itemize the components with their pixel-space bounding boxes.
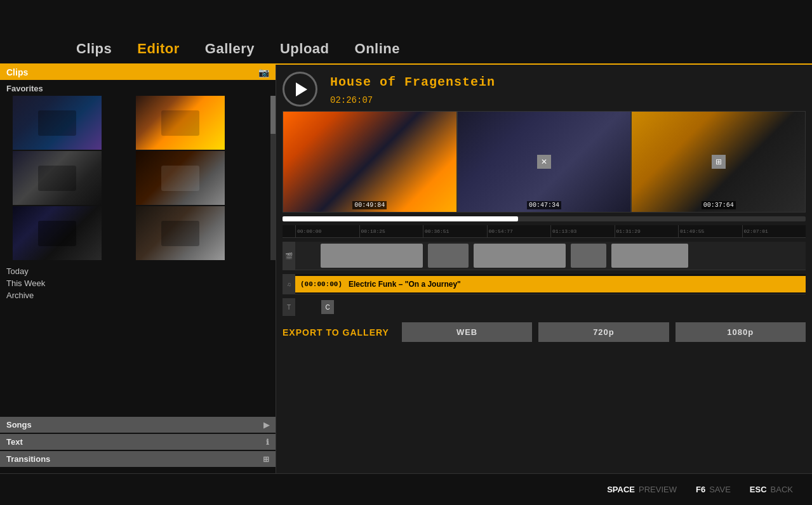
sidebar-scrollbar-thumb	[270, 96, 276, 134]
ruler-mark-5: 01:31:29	[615, 225, 679, 237]
sidebar-links: Today This Week Archive	[0, 260, 276, 306]
export-1080p-button[interactable]: 1080p	[676, 322, 806, 342]
editor-area: House of Fragenstein 02:26:07 00:49:84 ✕…	[276, 65, 812, 473]
nav-clips[interactable]: Clips	[76, 41, 112, 57]
progress-bar[interactable]	[283, 216, 806, 221]
clip-thumbnail[interactable]	[136, 151, 225, 205]
camera-icon: 📷	[258, 67, 269, 77]
clip-preview-3[interactable]: ⊞ 00:37:64	[631, 111, 806, 213]
favorites-label: Favorites	[0, 80, 276, 96]
clip-timecode-3: 00:37:64	[702, 201, 736, 209]
ruler-mark-6: 01:49:55	[678, 225, 742, 237]
progress-bar-fill	[283, 216, 518, 221]
ruler-mark-2: 00:36:51	[423, 225, 487, 237]
sidebar-bottom: Songs ▶ Text ℹ Transitions ⊞	[0, 412, 276, 473]
clip-preview-2[interactable]: ✕ 00:47:34	[457, 111, 632, 213]
sidebar-link-thisweek[interactable]: This Week	[6, 279, 269, 288]
clips-title: Clips	[6, 67, 28, 77]
timeline-clip-5[interactable]	[611, 244, 688, 268]
esc-key-action: BACK	[771, 485, 793, 494]
esc-back-key: ESC BACK	[750, 485, 793, 494]
sidebar-scrollbar[interactable]	[270, 96, 276, 260]
nav-upload[interactable]: Upload	[280, 41, 329, 57]
clip-delete-button-2[interactable]: ⊞	[712, 155, 726, 169]
esc-key-name: ESC	[750, 485, 767, 494]
sidebar: Clips 📷 Favorites	[0, 65, 276, 473]
sidebar-section-text[interactable]: Text ℹ	[0, 434, 276, 450]
audio-timecode: (00:00:00)	[300, 280, 342, 288]
timeline-clips-row[interactable]	[295, 242, 806, 270]
sidebar-section-transitions[interactable]: Transitions ⊞	[0, 451, 276, 467]
main-layout: Clips 📷 Favorites	[0, 65, 812, 473]
text-clip[interactable]: C	[321, 300, 334, 314]
space-preview-key: SPACE PREVIEW	[607, 485, 677, 494]
timeline-clip-3[interactable]	[474, 244, 566, 268]
space-key-name: SPACE	[607, 485, 635, 494]
transitions-label: Transitions	[6, 454, 50, 464]
clip-thumbnail[interactable]	[13, 151, 102, 205]
audio-title: Electric Funk – "On a Journey"	[349, 280, 461, 289]
clip-timecode-2: 00:47:34	[527, 201, 561, 209]
thumbnail-grid	[6, 96, 264, 260]
play-button[interactable]	[283, 72, 317, 107]
export-row: EXPORT TO GALLERY WEB 720p 1080p	[283, 320, 806, 344]
video-track: 🎬	[283, 242, 806, 270]
bottom-bar: SPACE PREVIEW F6 SAVE ESC BACK	[0, 473, 812, 505]
space-key-action: PREVIEW	[639, 485, 677, 494]
clip-preview-1[interactable]: 00:49:84	[283, 111, 457, 213]
ruler-mark-0: 00:00:00	[295, 225, 359, 237]
clip-thumbnail[interactable]	[13, 206, 102, 260]
ruler-mark-3: 00:54:77	[487, 225, 551, 237]
top-nav: Clips Editor Gallery Upload Online	[0, 0, 812, 63]
songs-icon: ▶	[263, 421, 269, 430]
clip-delete-button[interactable]: ✕	[537, 155, 551, 169]
ruler-mark-1: 00:18:25	[359, 225, 423, 237]
audio-track: ♫ (00:00:00) Electric Funk – "On a Journ…	[283, 274, 806, 294]
text-icon-t: T	[287, 304, 291, 311]
clip-thumbnail[interactable]	[13, 96, 102, 150]
text-track: T C	[283, 298, 806, 316]
clip-scene-image	[283, 112, 456, 212]
ruler-mark-7: 02:07:01	[742, 225, 806, 237]
text-clip-label: C	[326, 304, 330, 311]
clips-header: Clips 📷	[0, 65, 276, 80]
transitions-icon: ⊞	[263, 455, 269, 464]
clip-row: 00:49:84 ✕ 00:47:34 ⊞ 00:37:64	[283, 111, 806, 213]
audio-clip-bar[interactable]: (00:00:00) Electric Funk – "On a Journey…	[295, 276, 806, 292]
video-title: House of Fragenstein	[324, 71, 806, 93]
video-duration: 02:26:07	[324, 93, 806, 107]
text-icon: ℹ	[266, 438, 269, 447]
video-track-icon: 🎬	[283, 242, 295, 270]
nav-items: Clips Editor Gallery Upload Online	[0, 41, 400, 57]
sidebar-link-today[interactable]: Today	[6, 266, 269, 276]
export-web-button[interactable]: WEB	[402, 322, 532, 342]
export-label: EXPORT TO GALLERY	[283, 327, 389, 338]
f6-save-key: F6 SAVE	[696, 485, 731, 494]
music-icon: ♫	[287, 281, 291, 287]
sidebar-link-archive[interactable]: Archive	[6, 291, 269, 300]
timeline-clip-1[interactable]	[321, 244, 423, 268]
film-icon: 🎬	[285, 253, 293, 259]
timeline-clip-2[interactable]	[428, 244, 469, 268]
f6-key-action: SAVE	[709, 485, 731, 494]
clip-timecode-1: 00:49:84	[352, 201, 387, 209]
f6-key-name: F6	[696, 485, 705, 494]
audio-track-icon: ♫	[283, 274, 295, 294]
video-top: House of Fragenstein 02:26:07	[283, 71, 806, 107]
timeline-ruler: 00:00:00 00:18:25 00:36:51 00:54:77 01:1…	[283, 225, 806, 238]
ruler-mark-4: 01:13:03	[550, 225, 615, 237]
clip-thumbnail[interactable]	[136, 96, 225, 150]
video-title-box: House of Fragenstein 02:26:07	[324, 71, 806, 107]
text-track-icon: T	[283, 298, 295, 316]
sidebar-section-songs[interactable]: Songs ▶	[0, 417, 276, 433]
timeline-clip-4[interactable]	[571, 244, 606, 268]
nav-gallery[interactable]: Gallery	[205, 41, 255, 57]
nav-online[interactable]: Online	[355, 41, 400, 57]
clip-thumbnail[interactable]	[136, 206, 225, 260]
nav-editor[interactable]: Editor	[137, 41, 180, 57]
text-label: Text	[6, 437, 23, 447]
songs-label: Songs	[6, 420, 32, 430]
export-720p-button[interactable]: 720p	[538, 322, 669, 342]
